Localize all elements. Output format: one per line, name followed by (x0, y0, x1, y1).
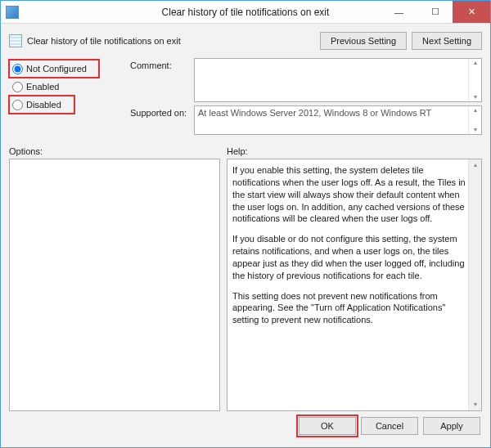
supported-field-wrap: ▴▾ (194, 105, 482, 135)
dialog-footer: OK Cancel Apply (9, 411, 482, 441)
supported-label: Supported on: (130, 105, 194, 118)
window-body: Clear history of tile notifications on e… (1, 24, 490, 447)
window-controls: — ☐ ✕ (381, 1, 490, 23)
radio-enabled-row[interactable]: Enabled (9, 78, 130, 96)
comment-field-wrap: ▴▾ (194, 58, 482, 102)
window-frame: Clear history of tile notifications on e… (0, 0, 491, 448)
help-pane-wrap: If you enable this setting, the system d… (227, 159, 482, 411)
radio-disabled[interactable] (12, 100, 23, 110)
app-icon (6, 6, 19, 19)
supported-field (195, 106, 468, 134)
radio-disabled-row[interactable]: Disabled (9, 96, 74, 114)
close-button[interactable]: ✕ (453, 1, 490, 23)
next-setting-button[interactable]: Next Setting (412, 32, 482, 50)
help-scrollbar[interactable]: ▴▾ (468, 159, 481, 410)
help-pane: If you enable this setting, the system d… (227, 159, 481, 339)
titlebar[interactable]: Clear history of tile notifications on e… (1, 1, 490, 24)
policy-icon (9, 34, 22, 47)
radio-enabled-label: Enabled (26, 82, 59, 92)
minimize-button[interactable]: — (381, 1, 417, 23)
help-text: If you disable or do not configure this … (232, 233, 466, 281)
help-text: This setting does not prevent new notifi… (232, 290, 466, 327)
maximize-button[interactable]: ☐ (417, 1, 453, 23)
comment-label: Comment: (130, 58, 194, 70)
comment-field[interactable] (195, 59, 468, 101)
policy-title: Clear history of tile notifications on e… (27, 36, 181, 46)
radio-not-configured[interactable] (12, 64, 23, 74)
radio-not-configured-row[interactable]: Not Configured (9, 60, 99, 78)
help-label: Help: (227, 146, 482, 156)
options-label: Options: (9, 146, 220, 156)
supported-scroll[interactable]: ▴▾ (468, 106, 481, 134)
apply-button[interactable]: Apply (423, 417, 480, 435)
ok-button[interactable]: OK (299, 417, 356, 435)
state-radio-group: Not Configured Enabled Disabled (9, 58, 130, 138)
options-pane (9, 159, 220, 411)
help-text: If you enable this setting, the system d… (232, 164, 466, 225)
cancel-button[interactable]: Cancel (361, 417, 418, 435)
comment-scroll[interactable]: ▴▾ (468, 59, 481, 101)
radio-enabled[interactable] (12, 82, 23, 92)
radio-not-configured-label: Not Configured (26, 64, 87, 74)
policy-header: Clear history of tile notifications on e… (9, 29, 482, 53)
previous-setting-button[interactable]: Previous Setting (320, 32, 407, 50)
radio-disabled-label: Disabled (26, 100, 61, 110)
